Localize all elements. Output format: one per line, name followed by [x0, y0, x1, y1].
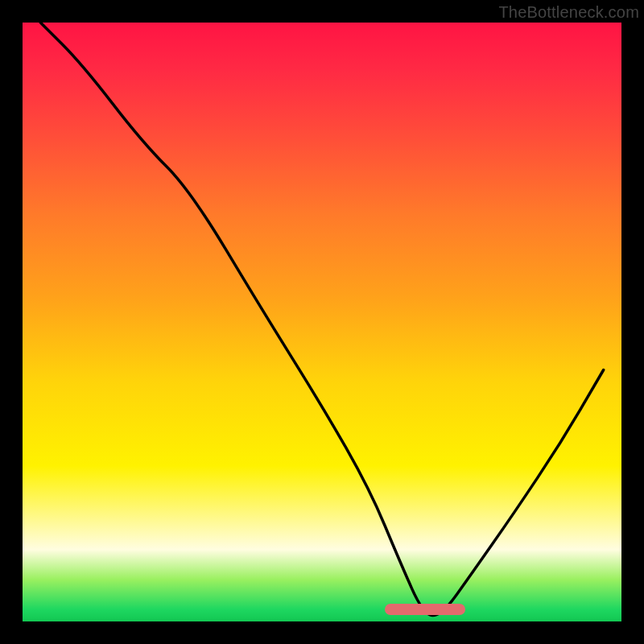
plot-frame [23, 23, 621, 621]
bottleneck-curve [23, 23, 621, 621]
watermark-text: TheBottleneck.com [498, 3, 639, 22]
curve-path [40, 23, 603, 616]
optimum-marker [385, 604, 465, 615]
